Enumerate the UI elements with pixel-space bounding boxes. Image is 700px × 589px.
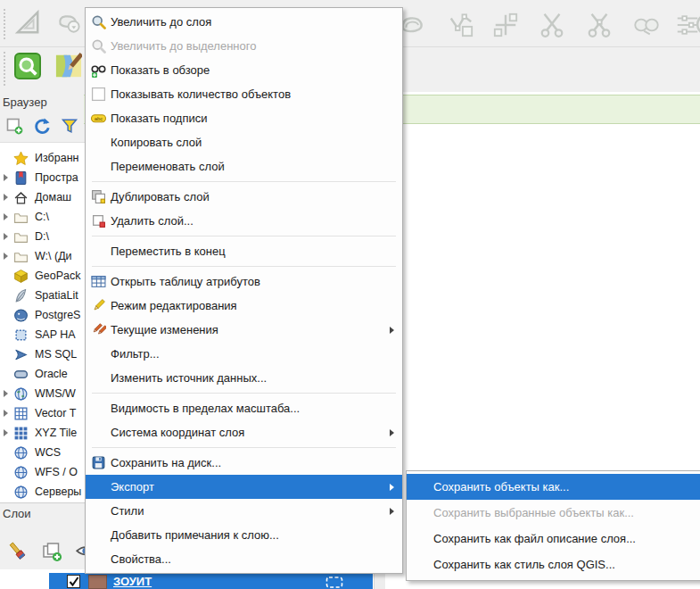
browser-item-label: XYZ Tile: [35, 427, 77, 439]
globe-icon: [13, 465, 29, 480]
browser-item-label: D:\: [35, 230, 49, 243]
expand-arrow-icon[interactable]: [4, 213, 8, 220]
menu-item[interactable]: Дублировать слой: [86, 185, 402, 209]
menu-item-label: Копировать слой: [111, 136, 202, 149]
menu-item[interactable]: Стили: [86, 499, 402, 523]
layer-visibility-checkbox[interactable]: [67, 575, 80, 588]
layer-name[interactable]: ЗОУИТ: [113, 575, 152, 588]
add-layer-panel-button[interactable]: [4, 118, 24, 137]
browser-item-label: Домаш: [35, 191, 71, 203]
menu-item[interactable]: Видимость в пределах масштаба...: [86, 396, 402, 420]
menu-separator: [92, 393, 396, 394]
map-edit-button[interactable]: [52, 51, 86, 85]
browser-item-label: Серверы: [35, 485, 81, 498]
geopackage-icon: [13, 269, 29, 284]
merge-features-button[interactable]: [630, 10, 663, 44]
expand-arrow-icon[interactable]: [4, 174, 8, 181]
unchecked-checkbox-icon: [86, 87, 111, 102]
vertex-plus-button[interactable]: [489, 10, 523, 44]
browser-item-label: WFS / O: [35, 466, 78, 478]
menu-item[interactable]: Переименовать слой: [86, 154, 402, 178]
split-features-button[interactable]: [535, 10, 569, 44]
map-tips-icon: [325, 576, 343, 589]
vertex-plus-icon: [492, 12, 519, 42]
style-manager-button[interactable]: [7, 541, 30, 564]
menu-item[interactable]: Изменить источник данных...: [86, 366, 402, 390]
menu-item[interactable]: Экспорт: [86, 475, 402, 499]
green-zoom-button[interactable]: [11, 51, 45, 85]
expand-arrow-icon[interactable]: [4, 410, 8, 417]
spatialite-icon: [13, 288, 29, 303]
menu-item[interactable]: Свойства...: [86, 547, 402, 571]
expand-arrow-icon[interactable]: [4, 194, 8, 201]
submenu-arrow-icon: [390, 429, 394, 436]
menu-item-label: Текущие изменения: [111, 323, 218, 336]
menu-item-label: Сохранить выбранные объекты как...: [433, 506, 634, 519]
menu-item: Увеличить до выделенного: [86, 34, 402, 58]
menu-item[interactable]: Сохранить объекты как...: [407, 474, 700, 500]
labels-icon: abc: [86, 111, 111, 126]
menu-item[interactable]: Фильтр...: [86, 342, 402, 366]
style-manager-icon: [7, 550, 29, 565]
menu-item[interactable]: Увеличить до слоя: [86, 10, 402, 34]
browser-item-label: MS SQL: [35, 348, 77, 361]
globe-icon: [13, 485, 29, 500]
menu-item-label: Сохранить объекты как...: [433, 480, 569, 494]
menu-item[interactable]: Переместить в конец: [86, 239, 402, 263]
browser-item-label: WMS/W: [35, 387, 76, 400]
ruler-triangle-button[interactable]: [11, 7, 45, 41]
menu-item[interactable]: Показать в обзоре: [86, 58, 402, 82]
menu-separator: [92, 266, 396, 267]
menu-item[interactable]: Сохранить как стиль слоя QGIS...: [407, 552, 700, 577]
layer-row-zouit[interactable]: ЗОУИТ: [49, 573, 373, 589]
filter-button[interactable]: [60, 118, 79, 137]
expand-arrow-icon[interactable]: [4, 253, 8, 260]
menu-item[interactable]: Сохранить как файл описание слоя...: [407, 526, 700, 552]
remove-layer-icon: [86, 213, 111, 228]
oracle-icon: [13, 367, 29, 382]
browser-item-label: SpatiaLit: [35, 289, 78, 302]
menu-item[interactable]: Система координат слоя: [86, 420, 402, 444]
favorites-star-icon: [13, 151, 29, 166]
green-zoom-icon: [14, 53, 41, 83]
split-parts-button[interactable]: [582, 10, 616, 44]
menu-item-label: Экспорт: [111, 480, 154, 494]
menu-item-label: Открыть таблицу атрибутов: [111, 275, 260, 288]
browser-item-label: WCS: [35, 446, 61, 459]
browser-item-label: Избранн: [35, 152, 78, 164]
duplicate-layer-icon: [86, 189, 111, 204]
rotate-feature-button[interactable]: [690, 10, 700, 44]
menu-item[interactable]: Режим редактирования: [86, 294, 402, 318]
browser-item-label: W:\ (Ди: [35, 250, 72, 262]
menu-item[interactable]: abcПоказать подписи: [86, 106, 402, 130]
add-group-button[interactable]: [41, 541, 64, 564]
toolbar-grip[interactable]: [4, 52, 6, 86]
move-feature-button[interactable]: [52, 7, 86, 41]
export-submenu: Сохранить объекты как...Сохранить выбран…: [406, 470, 700, 581]
menu-item[interactable]: Сохранить на диск...: [86, 451, 402, 475]
menu-item-label: Добавить примечания к слою...: [111, 528, 279, 542]
menu-item[interactable]: Копировать слой: [86, 130, 402, 154]
menu-item-label: Видимость в пределах масштаба...: [111, 402, 300, 415]
expand-arrow-icon[interactable]: [4, 233, 8, 240]
globe-icon: [13, 445, 29, 460]
menu-item[interactable]: Показывать количество объектов: [86, 82, 402, 106]
menu-item[interactable]: Текущие изменения: [86, 318, 402, 342]
menu-item-label: Удалить слой...: [111, 214, 194, 228]
vector-tiles-icon: [13, 406, 29, 421]
menu-item-label: Показывать количество объектов: [111, 87, 291, 101]
qgis-window: Браузер ИзбраннПростраДомашC:\D:\W:\ (Ди…: [0, 0, 700, 589]
menu-item[interactable]: Добавить примечания к слою...: [86, 523, 402, 547]
browser-item-label: PostgreS: [35, 309, 80, 321]
refresh-button[interactable]: [32, 118, 52, 137]
rotate-feature-icon: [694, 12, 700, 42]
svg-text:abc: abc: [94, 116, 103, 121]
toolbar-grip[interactable]: [4, 9, 6, 39]
expand-arrow-icon[interactable]: [4, 429, 8, 436]
expand-arrow-icon[interactable]: [4, 390, 8, 397]
menu-item[interactable]: Удалить слой...: [86, 209, 402, 233]
vertex-tool-button[interactable]: [444, 10, 478, 44]
map-edit-icon: [55, 53, 82, 83]
menu-item[interactable]: Открыть таблицу атрибутов: [86, 270, 402, 294]
edit-pencil-icon: [86, 298, 111, 313]
